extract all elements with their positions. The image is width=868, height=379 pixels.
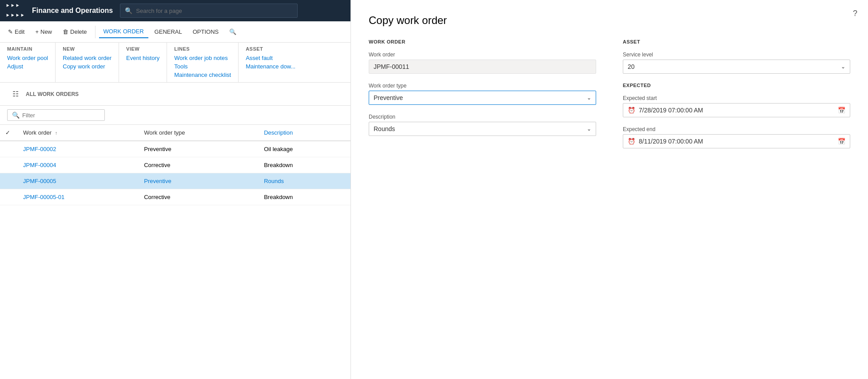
row-check [0, 157, 18, 173]
right-panel: ? Copy work order WORK ORDER Work order … [351, 0, 868, 379]
ribbon-work-order-job-notes[interactable]: Work order job notes [174, 54, 231, 62]
grid-icon[interactable]: ‣‣‣‣‣‣‣ [5, 1, 25, 20]
description-column-header[interactable]: Description [259, 125, 350, 141]
ribbon-maintenance-checklist[interactable]: Maintenance checklist [174, 71, 231, 79]
work-order-type-cell: Corrective [139, 157, 259, 173]
ribbon-event-history[interactable]: Event history [126, 54, 159, 62]
edit-button[interactable]: ✎ Edit [4, 26, 29, 38]
service-level-value: 20 [628, 63, 635, 70]
all-work-orders-label: ALL WORK ORDERS [26, 91, 79, 97]
description-dropdown-arrow-icon: ⌄ [587, 126, 591, 132]
description-cell: Oil leakage [259, 141, 350, 157]
work-order-type-cell: Corrective [139, 189, 259, 205]
filter-icon: 🔍 [12, 112, 20, 119]
ribbon-related-work-order[interactable]: Related work order [63, 54, 111, 62]
expected-start-label: Expected start [623, 95, 850, 101]
expected-section-label: EXPECTED [623, 83, 850, 88]
calendar-end-icon[interactable]: 📅 [838, 138, 845, 145]
sort-icon: ↑ [55, 130, 58, 136]
ribbon-asset-fault[interactable]: Asset fault [246, 54, 295, 62]
search-icon: 🔍 [125, 7, 132, 14]
work-order-column: WORK ORDER Work order JPMF-00011 Work or… [369, 39, 596, 157]
work-order-type-cell: Preventive [139, 141, 259, 157]
work-order-column-header[interactable]: Work order ↑ [18, 125, 139, 141]
description-label: Description [369, 114, 596, 120]
work-orders-table: ✓ Work order ↑ Work order type Descripti… [0, 125, 350, 205]
table-row[interactable]: JPMF-00005-01CorrectiveBreakdown [0, 189, 350, 205]
edit-icon: ✎ [8, 28, 13, 35]
work-order-tab[interactable]: WORK ORDER [99, 25, 148, 38]
options-tab[interactable]: OPTIONS [188, 26, 223, 38]
trash-icon: 🗑 [63, 28, 68, 35]
work-order-type-label: Work order type [369, 83, 596, 89]
work-order-id-cell[interactable]: JPMF-00002 [18, 141, 139, 157]
work-order-id-cell[interactable]: JPMF-00004 [18, 157, 139, 173]
clock-start-icon: ⏰ [628, 107, 635, 114]
table-row[interactable]: JPMF-00005PreventiveRounds [0, 173, 350, 189]
clock-end-icon: ⏰ [628, 138, 635, 145]
work-order-type-dropdown[interactable]: Preventive ⌄ [369, 91, 596, 105]
table-row[interactable]: JPMF-00004CorrectiveBreakdown [0, 157, 350, 173]
work-order-type-value: Preventive [374, 94, 403, 101]
dropdown-arrow-icon: ⌄ [587, 95, 591, 101]
ribbon-section-view: VIEW Event history [126, 43, 167, 82]
work-order-field-group: Work order JPMF-00011 [369, 52, 596, 74]
delete-button[interactable]: 🗑 Delete [58, 26, 92, 38]
search-bar[interactable]: 🔍 [120, 4, 298, 18]
work-order-type-cell: Preventive [139, 173, 259, 189]
row-check [0, 173, 18, 189]
ribbon-copy-work-order[interactable]: Copy work order [63, 63, 111, 70]
table-container: ✓ Work order ↑ Work order type Descripti… [0, 125, 350, 379]
separator [95, 26, 96, 38]
filter-input-container[interactable]: 🔍 [7, 109, 105, 121]
work-order-value: JPMF-00011 [369, 60, 596, 74]
service-level-dropdown[interactable]: 20 ⌄ [623, 60, 850, 74]
work-order-section-label: WORK ORDER [369, 39, 596, 44]
description-dropdown[interactable]: Rounds ⌄ [369, 122, 596, 136]
help-icon[interactable]: ? [853, 9, 857, 18]
filter-bar: 🔍 [0, 106, 350, 125]
ribbon-tools[interactable]: Tools [174, 63, 231, 70]
app-title: Finance and Operations [32, 7, 113, 15]
expected-start-field-group: Expected start ⏰ 7/28/2019 07:00:00 AM 📅 [623, 95, 850, 117]
new-button[interactable]: + New [31, 26, 56, 38]
table-row[interactable]: JPMF-00002PreventiveOil leakage [0, 141, 350, 157]
ribbon: MAINTAIN Work order pool Adjust NEW Rela… [0, 43, 350, 83]
ribbon-adjust[interactable]: Adjust [7, 63, 48, 70]
description-field-group: Description Rounds ⌄ [369, 114, 596, 136]
description-value: Rounds [374, 125, 395, 132]
asset-expected-column: ASSET Service level 20 ⌄ EXPECTED Expect… [623, 39, 850, 157]
description-cell: Breakdown [259, 157, 350, 173]
search-toolbar-button[interactable]: 🔍 [225, 26, 241, 38]
row-check [0, 141, 18, 157]
expected-start-datetime[interactable]: ⏰ 7/28/2019 07:00:00 AM 📅 [623, 103, 850, 117]
asset-section-label: ASSET [623, 39, 850, 44]
plus-icon: + [35, 28, 39, 35]
expected-end-value: 8/11/2019 07:00:00 AM [639, 138, 834, 145]
description-cell: Rounds [259, 173, 350, 189]
toolbar: ✎ Edit + New 🗑 Delete WORK ORDER GENERAL… [0, 21, 350, 43]
ribbon-section-maintain: MAINTAIN Work order pool Adjust [7, 43, 56, 82]
ribbon-work-order-pool[interactable]: Work order pool [7, 54, 48, 62]
service-level-arrow-icon: ⌄ [841, 64, 845, 70]
ribbon-section-new: NEW Related work order Copy work order [63, 43, 119, 82]
calendar-start-icon[interactable]: 📅 [838, 107, 845, 114]
work-order-type-column-header[interactable]: Work order type [139, 125, 259, 141]
description-cell: Breakdown [259, 189, 350, 205]
expected-end-datetime[interactable]: ⏰ 8/11/2019 07:00:00 AM 📅 [623, 134, 850, 148]
work-order-id-cell[interactable]: JPMF-00005 [18, 173, 139, 189]
work-order-id-cell[interactable]: JPMF-00005-01 [18, 189, 139, 205]
sidebar-filter-icon[interactable]: ☷ [5, 86, 26, 102]
work-order-label: Work order [369, 52, 596, 58]
check-column-header: ✓ [0, 125, 18, 141]
service-level-label: Service level [623, 52, 850, 58]
search-input[interactable] [136, 8, 293, 14]
filter-input[interactable] [22, 112, 100, 119]
panel-title: Copy work order [369, 14, 850, 27]
panel-body: WORK ORDER Work order JPMF-00011 Work or… [369, 39, 850, 157]
expected-end-field-group: Expected end ⏰ 8/11/2019 07:00:00 AM 📅 [623, 126, 850, 148]
ribbon-maintenance-dow[interactable]: Maintenance dow... [246, 63, 295, 70]
expected-end-label: Expected end [623, 126, 850, 132]
work-order-type-field-group: Work order type Preventive ⌄ [369, 83, 596, 105]
general-tab[interactable]: GENERAL [150, 26, 187, 38]
